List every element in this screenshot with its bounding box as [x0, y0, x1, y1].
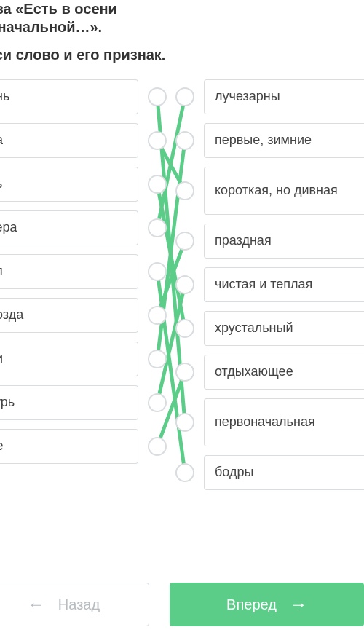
right-item-label: чистая и теплая [215, 277, 312, 293]
left-item-label: ень [0, 89, 9, 105]
arrow-right-icon: → [290, 596, 307, 613]
left-item[interactable]: зурь [0, 385, 138, 420]
right-column: лучезарныпервые, зимниекороткая, но дивн… [204, 79, 364, 499]
right-item-label: бодры [215, 465, 253, 481]
left-item[interactable]: ень [0, 79, 138, 114]
left-item-label: ри [0, 351, 3, 367]
matching-area: еньраньчерарпроздаризурьле лучезарныперв… [0, 79, 364, 531]
right-item-label: первые, зимние [215, 133, 312, 149]
connector-dot-right[interactable] [175, 463, 194, 482]
right-item[interactable]: праздная [204, 224, 364, 259]
connector-dot-right[interactable] [175, 363, 194, 382]
right-item-label: хрустальный [215, 320, 293, 336]
left-item[interactable]: ле [0, 429, 138, 464]
right-item[interactable]: хрустальный [204, 311, 364, 346]
left-item[interactable]: ри [0, 342, 138, 376]
right-item-label: отдыхающее [215, 364, 293, 380]
task-header: тчева «Есть в осени рвоначальной…». тнес… [0, 0, 364, 79]
forward-button-label: Вперед [226, 596, 277, 613]
task-title: тчева «Есть в осени рвоначальной…». [0, 0, 364, 36]
left-item-label: розда [0, 307, 23, 323]
left-item[interactable]: рп [0, 254, 138, 289]
right-item[interactable]: чистая и теплая [204, 267, 364, 302]
right-item[interactable]: отдыхающее [204, 355, 364, 390]
left-item-label: рп [0, 264, 3, 280]
connector-dot-left[interactable] [148, 131, 167, 150]
left-item-label: нь [0, 176, 2, 192]
left-item[interactable]: нь [0, 167, 138, 202]
connector-dot-left[interactable] [148, 350, 167, 368]
arrow-left-icon: ← [28, 596, 45, 613]
right-item[interactable]: первоначальная [204, 398, 364, 446]
left-item-label: ра [0, 133, 3, 149]
connector-dot-right[interactable] [175, 181, 194, 200]
svg-line-3 [157, 97, 185, 228]
connector-dot-right[interactable] [175, 87, 194, 106]
right-item-label: праздная [215, 233, 272, 249]
left-item[interactable]: розда [0, 298, 138, 333]
title-line-2: рвоначальной…». [0, 19, 102, 35]
connector-dot-right[interactable] [175, 275, 194, 294]
left-item[interactable]: ра [0, 123, 138, 158]
connector-dot-right[interactable] [175, 232, 194, 251]
connector-dot-right[interactable] [175, 131, 194, 150]
svg-line-7 [157, 285, 185, 403]
connector-dot-left[interactable] [148, 262, 167, 281]
right-item[interactable]: лучезарны [204, 79, 364, 114]
right-item-label: первоначальная [215, 414, 315, 430]
right-item[interactable]: первые, зимние [204, 123, 364, 158]
left-column: еньраньчерарпроздаризурьле [0, 79, 138, 473]
connector-dot-left[interactable] [148, 437, 167, 456]
right-item-label: лучезарны [215, 89, 280, 105]
connector-dot-left[interactable] [148, 306, 167, 325]
title-line-1: тчева «Есть в осени [0, 1, 117, 17]
connector-dot-right[interactable] [175, 319, 194, 338]
back-button[interactable]: ← Назад [0, 583, 149, 626]
right-item-label: короткая, но дивная [215, 183, 338, 199]
footer-nav: ← Назад Вперед → [0, 583, 364, 635]
connector-dot-left[interactable] [148, 175, 167, 194]
connector-dot-left[interactable] [148, 87, 167, 106]
right-item[interactable]: короткая, но дивная [204, 167, 364, 215]
right-item[interactable]: бодры [204, 455, 364, 490]
task-subtitle: тнеси слово и его признак. [0, 47, 364, 63]
back-button-label: Назад [58, 596, 100, 613]
connector-dot-left[interactable] [148, 393, 167, 412]
left-item-label: зурь [0, 395, 15, 411]
left-item-label: ле [0, 438, 4, 454]
left-item-label: чера [0, 220, 17, 236]
connector-dot-left[interactable] [148, 218, 167, 237]
connector-dot-right[interactable] [175, 413, 194, 432]
left-item[interactable]: чера [0, 210, 138, 245]
forward-button[interactable]: Вперед → [170, 583, 364, 626]
